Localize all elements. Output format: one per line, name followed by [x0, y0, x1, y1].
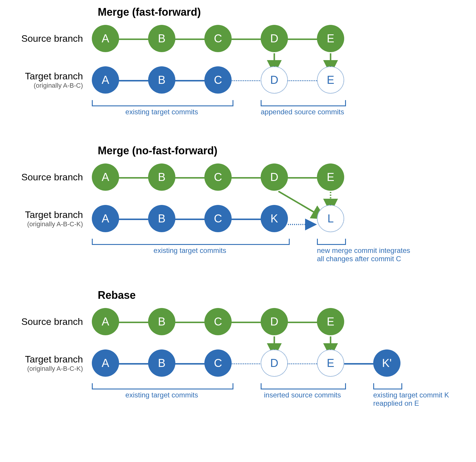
- commit-node: C: [204, 349, 232, 377]
- commit-node: B: [148, 205, 175, 232]
- source-label: Source branch: [6, 33, 83, 44]
- commit-node: A: [92, 308, 119, 335]
- source-row: Source branch A B C D E: [6, 24, 470, 53]
- commit-node: E: [317, 163, 344, 191]
- commit-node: E: [317, 349, 344, 377]
- section-title: Merge (no-fast-forward): [98, 145, 470, 157]
- target-sub: (originally A-B-C): [6, 82, 83, 89]
- brackets: existing target commits appended source …: [92, 100, 470, 124]
- commit-node: B: [148, 349, 175, 377]
- bracket-label: new merge commit integrates all changes …: [317, 246, 418, 263]
- source-graph: A B C D E: [92, 24, 358, 53]
- source-graph: A B C D E: [92, 307, 418, 336]
- commit-node: C: [204, 163, 232, 191]
- target-sub: (originally A-B-C-K): [6, 365, 83, 373]
- commit-node: E: [317, 25, 344, 52]
- commit-node: C: [204, 308, 232, 335]
- target-label: Target branch: [6, 209, 83, 220]
- commit-node: L: [317, 205, 344, 232]
- commit-node: D: [261, 308, 288, 335]
- target-sub: (originally A-B-C-K): [6, 220, 83, 228]
- target-graph: A B C D E: [92, 65, 358, 95]
- brackets: existing target commits new merge commit…: [92, 239, 470, 268]
- commit-node: A: [92, 25, 119, 52]
- commit-node: D: [261, 25, 288, 52]
- commit-node: A: [92, 205, 119, 232]
- section-rebase: Rebase Source branch A B C D E: [6, 289, 470, 416]
- section-merge-ff: Merge (fast-forward) Source branch A B C…: [6, 6, 470, 124]
- commit-node: B: [148, 66, 175, 94]
- commit-node: C: [204, 66, 232, 94]
- section-title: Merge (fast-forward): [98, 6, 470, 18]
- brackets: existing target commits inserted source …: [92, 383, 470, 416]
- bracket-label: existing target commits: [92, 108, 232, 116]
- target-row: Target branch (originally A-B-C) A B C D…: [6, 65, 470, 95]
- bracket-label: existing target commits: [92, 246, 288, 255]
- bracket-label: existing target commit K reapplied on E: [373, 391, 471, 408]
- commit-node: B: [148, 25, 175, 52]
- target-label: Target branch: [6, 354, 83, 365]
- commit-node: K: [261, 205, 288, 232]
- bracket-label: inserted source commits: [256, 391, 349, 399]
- source-graph: A B C D E: [92, 162, 358, 192]
- commit-node: D: [261, 66, 288, 94]
- target-row: Target branch (originally A-B-C-K) A B C…: [6, 348, 470, 378]
- commit-node: C: [204, 205, 232, 232]
- commit-node: D: [261, 163, 288, 191]
- commit-node: A: [92, 163, 119, 191]
- commit-node: C: [204, 25, 232, 52]
- bracket-label: existing target commits: [92, 391, 232, 399]
- source-row: Source branch A B C D E: [6, 307, 470, 336]
- target-graph: A B C D E K': [92, 348, 418, 378]
- target-row: Target branch (originally A-B-C-K) A B C…: [6, 204, 470, 233]
- commit-node: A: [92, 349, 119, 377]
- source-label: Source branch: [6, 316, 83, 327]
- target-label: Target branch: [6, 71, 83, 82]
- commit-node: E: [317, 66, 344, 94]
- bracket-label: appended source commits: [256, 108, 349, 116]
- source-row: Source branch A B C D E: [6, 162, 470, 192]
- commit-node: D: [261, 349, 288, 377]
- commit-node: A: [92, 66, 119, 94]
- commit-node: K': [373, 349, 400, 377]
- source-label: Source branch: [6, 172, 83, 183]
- section-merge-noff: Merge (no-fast-forward) Source branch A …: [6, 145, 470, 268]
- commit-node: E: [317, 308, 344, 335]
- target-graph: A B C K L: [92, 204, 358, 233]
- commit-node: B: [148, 163, 175, 191]
- commit-node: B: [148, 308, 175, 335]
- section-title: Rebase: [98, 289, 470, 301]
